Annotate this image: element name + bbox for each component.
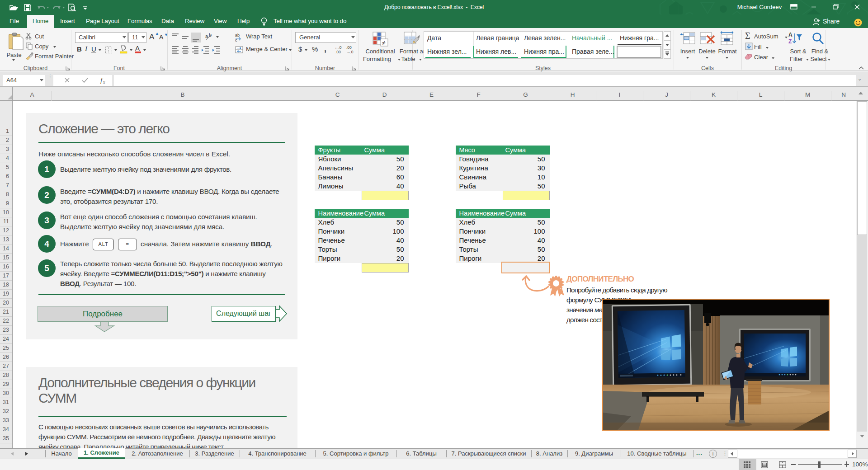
svg-text:c: c [235,38,237,42]
svg-text:Z: Z [788,38,792,45]
svg-text:.00: .00 [346,45,352,50]
svg-text:b: b [209,33,212,38]
svg-text:A: A [788,32,793,38]
svg-text:≠: ≠ [382,39,386,47]
svg-text:a: a [205,33,208,39]
svg-text:x: x [103,80,105,85]
svg-text:ab: ab [235,33,240,38]
svg-text:.00: .00 [335,50,341,54]
svg-text:←.0: ←.0 [335,45,342,50]
svg-text:→.0: →.0 [346,50,354,54]
